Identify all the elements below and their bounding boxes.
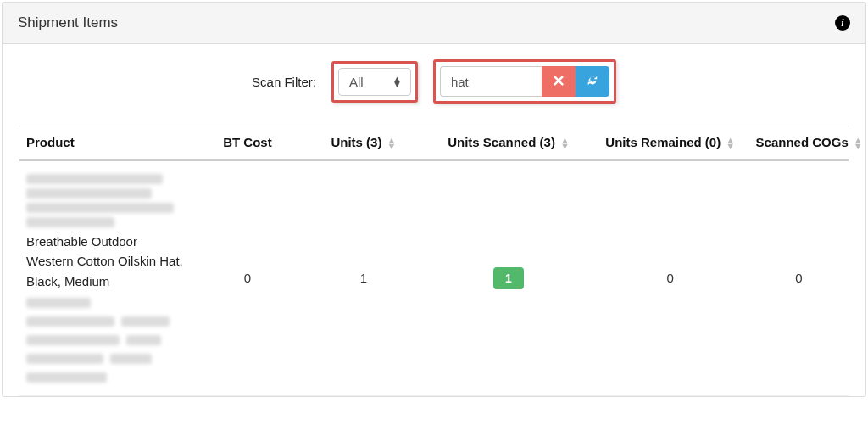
table-row: Breathable Outdoor Western Cotton Oilski… — [19, 160, 849, 395]
col-bt-cost[interactable]: BT Cost — [193, 126, 301, 161]
redacted-text — [26, 372, 107, 383]
redacted-text — [26, 354, 103, 364]
refresh-icon — [587, 75, 598, 89]
clear-search-button[interactable] — [542, 66, 576, 97]
panel-body: Scan Filter: All ▲▼ — [3, 44, 865, 396]
redacted-text — [26, 203, 174, 213]
redacted-text — [26, 335, 120, 345]
sort-icon: ▲▼ — [560, 137, 570, 149]
col-units[interactable]: Units (3)▲▼ — [302, 126, 426, 161]
product-name: Breathable Outdoor Western Cotton Oilski… — [26, 234, 183, 288]
sort-icon: ▲▼ — [726, 137, 735, 149]
panel-title: Shipment Items — [18, 14, 118, 31]
col-scanned-cogs[interactable]: Scanned COGs▲▼ — [749, 126, 849, 161]
scan-filter-selected-value: All — [349, 75, 364, 89]
shipment-items-panel: Shipment Items i Scan Filter: All ▲▼ — [2, 2, 866, 397]
table-header-row: Product BT Cost Units (3)▲▼ Units Scanne… — [19, 126, 849, 161]
col-units-scanned[interactable]: Units Scanned (3)▲▼ — [426, 126, 592, 161]
chevron-up-down-icon: ▲▼ — [392, 76, 402, 87]
scan-filter-label: Scan Filter: — [252, 75, 316, 89]
redacted-text — [110, 354, 152, 364]
redacted-text — [26, 188, 152, 199]
units-remained-cell: 0 — [592, 160, 749, 395]
info-icon[interactable]: i — [835, 15, 850, 31]
redacted-text — [26, 217, 114, 227]
scanned-badge: 1 — [493, 267, 524, 289]
redacted-text — [121, 316, 170, 327]
redacted-text — [126, 335, 162, 345]
scan-filter-select-highlight: All ▲▼ — [331, 61, 418, 103]
shipment-items-table: Product BT Cost Units (3)▲▼ Units Scanne… — [19, 126, 849, 396]
scan-filter-select[interactable]: All ▲▼ — [338, 68, 411, 96]
redacted-text — [26, 316, 114, 327]
search-input[interactable] — [440, 66, 542, 97]
filter-row: Scan Filter: All ▲▼ — [19, 59, 849, 104]
scanned-cogs-cell: 0 — [749, 160, 849, 395]
redacted-text — [26, 174, 163, 184]
sort-icon: ▲▼ — [854, 137, 863, 149]
units-cell: 1 — [302, 160, 426, 395]
redacted-text — [26, 298, 91, 308]
close-icon — [553, 75, 565, 89]
product-cell: Breathable Outdoor Western Cotton Oilski… — [19, 160, 193, 395]
bt-cost-cell: 0 — [193, 160, 301, 395]
panel-header: Shipment Items i — [3, 3, 865, 44]
col-units-remained[interactable]: Units Remained (0)▲▼ — [592, 126, 749, 161]
col-product[interactable]: Product — [19, 126, 193, 161]
search-group-highlight — [433, 59, 616, 104]
units-scanned-cell: 1 — [426, 160, 592, 395]
sort-icon: ▲▼ — [387, 137, 396, 149]
refresh-search-button[interactable] — [576, 66, 609, 97]
